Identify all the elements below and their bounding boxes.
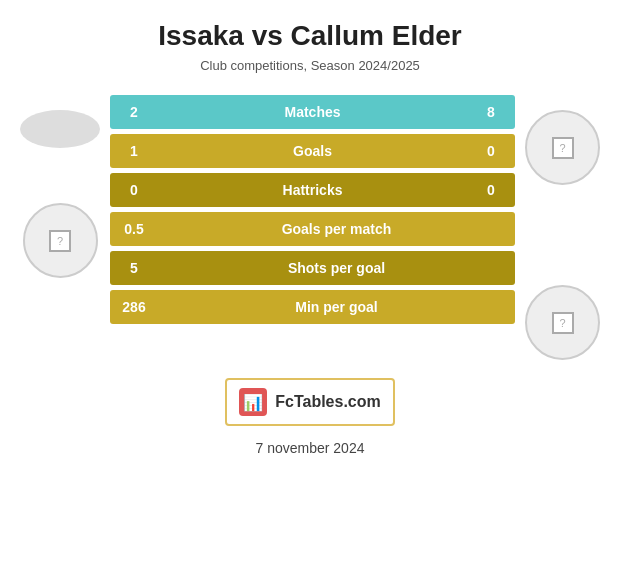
stat-row: 5 Shots per goal: [110, 251, 515, 285]
stat-row: 1 Goals 0: [110, 134, 515, 168]
left-player-avatar: ?: [23, 203, 98, 278]
stat-row: 0.5 Goals per match: [110, 212, 515, 246]
page-subtitle: Club competitions, Season 2024/2025: [200, 58, 420, 73]
right-player-avatar-bottom: ?: [525, 285, 600, 360]
stat-left-value: 1: [110, 134, 158, 168]
stat-row: 0 Hattricks 0: [110, 173, 515, 207]
page: Issaka vs Callum Elder Club competitions…: [0, 0, 620, 580]
stat-left-value: 0.5: [110, 212, 158, 246]
page-title: Issaka vs Callum Elder: [158, 20, 462, 52]
main-content: ? 2 Matches 8 1 Goals 0 0 Hattricks 0 0.…: [20, 95, 600, 360]
right-player-avatars: ? ?: [525, 110, 600, 360]
stat-label: Min per goal: [158, 290, 515, 324]
footer-date: 7 november 2024: [256, 440, 365, 456]
left-avatar-placeholder: ?: [49, 230, 71, 252]
stat-label: Shots per goal: [158, 251, 515, 285]
stat-label: Matches: [158, 95, 467, 129]
right-avatar-bottom-placeholder: ?: [552, 312, 574, 334]
stat-right-value: 8: [467, 95, 515, 129]
footer-logo: 📊 FcTables.com: [225, 378, 395, 426]
stat-row: 2 Matches 8: [110, 95, 515, 129]
stats-table: 2 Matches 8 1 Goals 0 0 Hattricks 0 0.5 …: [110, 95, 515, 324]
left-player-avatars: ?: [20, 110, 100, 278]
stat-right-value: 0: [467, 173, 515, 207]
right-player-avatar-top: ?: [525, 110, 600, 185]
logo-text: FcTables.com: [275, 393, 381, 411]
stat-label: Hattricks: [158, 173, 467, 207]
left-team-logo: [20, 110, 100, 148]
stat-right-value: 0: [467, 134, 515, 168]
stat-label: Goals per match: [158, 212, 515, 246]
stat-left-value: 2: [110, 95, 158, 129]
stat-label: Goals: [158, 134, 467, 168]
stat-row: 286 Min per goal: [110, 290, 515, 324]
stat-left-value: 5: [110, 251, 158, 285]
right-avatar-top-placeholder: ?: [552, 137, 574, 159]
logo-icon: 📊: [239, 388, 267, 416]
stat-left-value: 286: [110, 290, 158, 324]
stat-left-value: 0: [110, 173, 158, 207]
